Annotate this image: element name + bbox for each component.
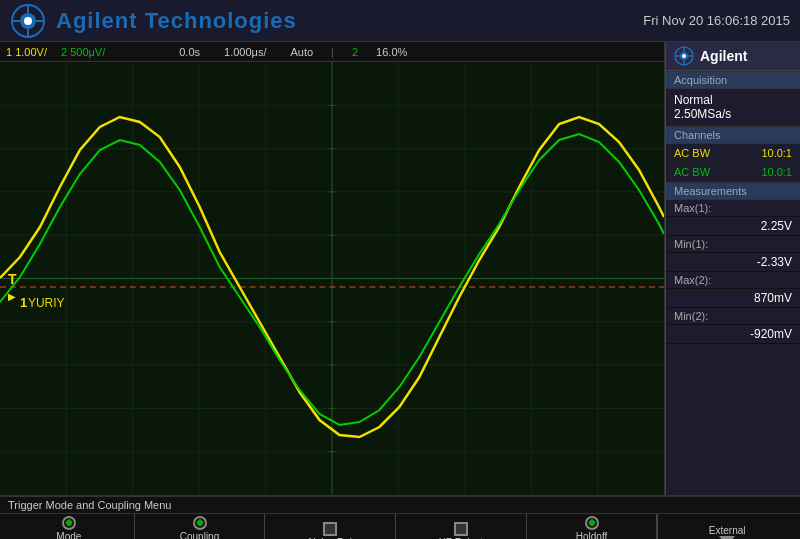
grid-area: T ▶ 1 YURIY [0,62,664,495]
ch1-ratio: 10.0:1 [761,147,792,159]
external-button[interactable]: External [657,514,796,539]
external-down-icon [719,536,735,540]
acq-rate: 2.50MSa/s [674,107,792,121]
max1-row: Max(1): [666,200,800,217]
trigger-mode-ruler: Auto [290,46,313,58]
trigger-marker: T [8,271,17,287]
max2-row: Max(2): [666,272,800,289]
app-title: Agilent Technologies [56,8,297,34]
right-panel: Agilent Acquisition Normal 2.50MSa/s Cha… [665,42,800,495]
coupling-label: Coupling [180,531,219,539]
ch2-coupling: AC BW [674,166,710,178]
ch1-coupling: AC BW [674,147,710,159]
coupling-button[interactable]: Coupling DC [135,514,266,539]
ch2-ratio: 10.0:1 [761,166,792,178]
ruler-bar: 1 1.00V/ 2 500μV/ 0.0s 1.000μs/ Auto | 2… [0,42,664,62]
footer-title: Trigger Mode and Coupling Menu [0,497,800,514]
noise-rej-button[interactable]: Noise Rej [265,514,396,539]
panel-brand-label: Agilent [700,48,747,64]
ch1-channel-row: AC BW 10.0:1 [666,144,800,163]
hf-reject-button[interactable]: HF Reject [396,514,527,539]
panel-logo-icon [674,46,694,66]
ch2-scale: 2 500μV/ [61,46,105,58]
mode-button[interactable]: Mode Auto [4,514,135,539]
acq-mode: Normal [674,93,792,107]
panel-brand-header: Agilent [666,42,800,71]
trigger-level: 16.0% [376,46,407,58]
mode-label: Mode [56,531,81,539]
waveform-display: T ▶ 1 YURIY [0,62,664,495]
coupling-indicator-icon [193,516,207,530]
svg-point-2 [24,17,32,25]
min2-val-row: -920mV [666,325,800,344]
svg-text:▶: ▶ [8,291,16,302]
holdoff-indicator-icon [585,516,599,530]
max2-value: 870mV [754,291,792,305]
ch1-scale: 1 1.00V/ [6,46,47,58]
ch1-name-text: YURIY [28,296,65,310]
acquisition-content: Normal 2.50MSa/s [666,89,800,126]
min1-row: Min(1): [666,236,800,253]
hf-reject-indicator-icon [454,522,468,536]
min2-row: Min(2): [666,308,800,325]
max1-value: 2.25V [761,219,792,233]
noise-rej-indicator-icon [323,522,337,536]
oscilloscope-screen: 1 1.00V/ 2 500μV/ 0.0s 1.000μs/ Auto | 2… [0,42,665,495]
max2-val-row: 870mV [666,289,800,308]
ruler-divider: | [331,46,334,58]
ch1-label-text: 1 [20,295,27,310]
agilent-logo-icon [10,3,46,39]
channels-section-label: Channels [666,126,800,144]
ch2-channel-row: AC BW 10.0:1 [666,163,800,182]
datetime: Fri Nov 20 16:06:18 2015 [643,13,790,28]
min1-val-row: -2.33V [666,253,800,272]
max1-val-row: 2.25V [666,217,800,236]
footer: Trigger Mode and Coupling Menu Mode Auto… [0,495,800,539]
time-div: 1.000μs/ [224,46,266,58]
acquisition-section-label: Acquisition [666,71,800,89]
footer-buttons: Mode Auto Coupling DC Noise Rej HF Rejec… [0,514,800,539]
main-area: 1 1.00V/ 2 500μV/ 0.0s 1.000μs/ Auto | 2… [0,42,800,495]
svg-point-38 [682,54,686,58]
header: Agilent Technologies Fri Nov 20 16:06:18… [0,0,800,42]
holdoff-label: Holdoff [576,531,608,539]
min2-value: -920mV [750,327,792,341]
min1-value: -2.33V [757,255,792,269]
measurements-section-label: Measurements [666,182,800,200]
min2-label: Min(2): [674,310,708,322]
ch2-extra: 2 [352,46,358,58]
max1-label: Max(1): [674,202,711,214]
mode-indicator-icon [62,516,76,530]
holdoff-button[interactable]: Holdoff 40.0ns [527,514,658,539]
external-label: External [709,525,746,536]
max2-label: Max(2): [674,274,711,286]
min1-label: Min(1): [674,238,708,250]
time-offset: 0.0s [179,46,200,58]
